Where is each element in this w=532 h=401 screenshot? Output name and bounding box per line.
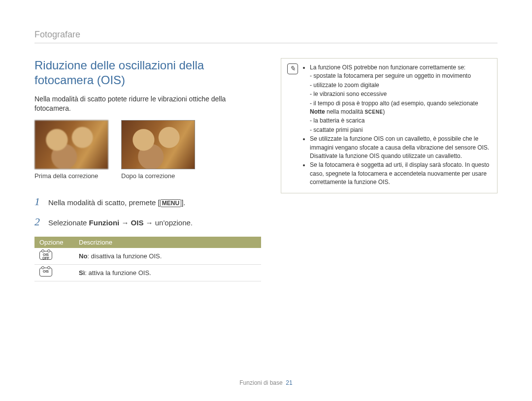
step-1: 1 Nella modalità di scatto, premete [MEN… (34, 193, 261, 210)
options-table: Opzione Descrizione OIS OFF No: disattiv… (34, 237, 261, 281)
note-sub-item: il tempo di posa è troppo alto (ad esemp… (310, 99, 491, 117)
step-number: 1 (34, 193, 41, 210)
note-sub-item: spostate la fotocamera per seguire un og… (310, 72, 491, 80)
note-bullet: Se utilizzate la funzione OIS con un cav… (310, 135, 491, 160)
menu-badge: MENU (160, 199, 181, 207)
step-text: → (119, 218, 131, 227)
page-title: Riduzione delle oscillazioni della fotoc… (34, 58, 261, 88)
step-number: 2 (34, 214, 41, 230)
divider (34, 43, 498, 43)
after-caption: Dopo la correzione (121, 172, 195, 180)
note-sub-item: le vibrazioni sono eccessive (310, 90, 491, 98)
scene-badge: SCENE (365, 109, 383, 115)
page-footer: Funzioni di base 21 (0, 379, 532, 386)
step-text-bold: OIS (131, 218, 144, 227)
step-text: Nella modalità di scatto, premete [ (48, 198, 160, 207)
before-caption: Prima della correzione (34, 172, 108, 180)
note-bullet: Se la fotocamera è soggetta ad urti, il … (310, 161, 491, 186)
step-2: 2 Selezionate Funzioni → OIS → un'opzion… (34, 214, 261, 230)
step-text: ]. (181, 198, 185, 207)
footer-section: Funzioni di base (239, 379, 282, 386)
table-row: OIS Sì: attiva la funzione OIS. (34, 264, 261, 281)
after-correction-image (121, 120, 195, 169)
note-notte-bold: Notte (310, 108, 325, 115)
note-sub-item: scattate primi piani (310, 126, 491, 134)
option-desc: : attiva la funzione OIS. (85, 269, 151, 277)
note-icon: ✎ (287, 63, 298, 74)
ois-off-icon: OIS OFF (39, 251, 52, 260)
step-text-bold: Funzioni (89, 218, 120, 227)
step-text: Selezionate (48, 218, 89, 227)
step-text: → un'opzione. (143, 218, 193, 227)
before-correction-image (34, 120, 108, 169)
table-header-option: Opzione (34, 237, 74, 248)
intro-text: Nella modalità di scatto potete ridurre … (34, 94, 261, 113)
option-label: No (79, 252, 87, 260)
breadcrumb: Fotografare (34, 30, 498, 40)
option-desc: : disattiva la funzione OIS. (87, 252, 162, 260)
note-sub-item: la batteria è scarica (310, 117, 491, 125)
ois-on-icon: OIS (39, 268, 52, 277)
table-header-desc: Descrizione (74, 237, 261, 248)
note-sub-item: utilizzate lo zoom digitale (310, 81, 491, 90)
table-row: OIS OFF No: disattiva la funzione OIS. (34, 248, 261, 265)
footer-page-number: 21 (286, 379, 292, 386)
note-lead: La funzione OIS potrebbe non funzionare … (310, 64, 466, 71)
option-label: Sì (79, 269, 85, 277)
note-box: ✎ La funzione OIS potrebbe non funzionar… (281, 58, 498, 193)
